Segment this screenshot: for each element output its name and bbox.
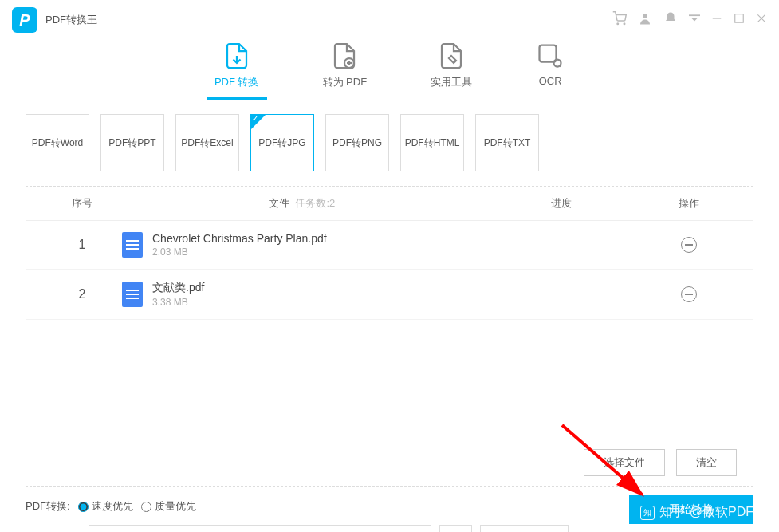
file-name: 文献类.pdf	[152, 281, 204, 295]
setting-label: PDF转换:	[26, 499, 70, 514]
document-hand-icon	[437, 41, 466, 70]
row-index: 2	[42, 287, 122, 301]
svg-point-0	[617, 23, 619, 25]
cart-icon[interactable]	[612, 11, 627, 29]
close-icon[interactable]	[756, 13, 767, 27]
radio-speed-priority[interactable]: 速度优先	[78, 499, 133, 514]
col-progress: 进度	[482, 196, 641, 211]
svg-line-12	[560, 65, 561, 67]
task-count: 任务数:2	[295, 197, 335, 209]
tab-to-pdf[interactable]: 转为 PDF	[315, 41, 376, 100]
app-branding: P PDF转换王	[12, 7, 97, 33]
tile-pdf-to-ppt[interactable]: PDF转PPT	[100, 114, 164, 171]
browse-folder-button[interactable]: ...	[439, 525, 472, 532]
row-index: 1	[42, 238, 122, 252]
table-row: 1 Chevrolet Christmas Party Plan.pdf 2.0…	[26, 221, 753, 270]
tile-pdf-to-png[interactable]: PDF转PNG	[325, 114, 389, 171]
file-list-panel: 序号 文件 任务数:2 进度 操作 1 Chevrolet Christmas …	[26, 186, 753, 487]
remove-file-button[interactable]	[681, 286, 697, 302]
document-add-icon	[330, 41, 359, 70]
table-header: 序号 文件 任务数:2 进度 操作	[26, 187, 753, 221]
tile-pdf-to-word[interactable]: PDF转Word	[26, 114, 89, 171]
tab-ocr[interactable]: OCR	[528, 41, 572, 100]
col-index: 序号	[42, 196, 122, 211]
tab-tools[interactable]: 实用工具	[423, 41, 480, 100]
remove-file-button[interactable]	[681, 237, 697, 253]
titlebar: P PDF转换王	[0, 0, 779, 40]
svg-rect-10	[540, 45, 557, 62]
tile-pdf-to-html[interactable]: PDF转HTML	[400, 114, 464, 171]
col-action: 操作	[641, 196, 737, 211]
file-name: Chevrolet Christmas Party Plan.pdf	[152, 232, 327, 245]
tile-pdf-to-jpg[interactable]: PDF转JPG	[250, 114, 314, 171]
titlebar-actions	[612, 11, 767, 29]
menu-dropdown-icon[interactable]	[689, 13, 700, 27]
tab-label: PDF 转换	[214, 75, 259, 89]
svg-point-2	[643, 14, 647, 18]
col-file: 文件 任务数:2	[122, 196, 482, 211]
minimize-icon[interactable]	[711, 13, 722, 27]
radio-quality-priority[interactable]: 质量优先	[141, 499, 196, 514]
document-convert-icon	[222, 41, 251, 70]
image-search-icon	[536, 41, 565, 70]
file-size: 2.03 MB	[152, 246, 327, 258]
output-path-input[interactable]	[89, 525, 431, 532]
pdf-file-icon	[122, 232, 143, 258]
tab-label: 转为 PDF	[323, 75, 368, 89]
tab-label: 实用工具	[431, 75, 472, 89]
panel-actions: 选择文件 清空	[26, 439, 753, 486]
conversion-tiles: PDF转Word PDF转PPT PDF转Excel PDF转JPG PDF转P…	[0, 100, 779, 171]
svg-point-1	[624, 23, 625, 25]
app-logo-icon: P	[12, 7, 37, 33]
pdf-file-icon	[122, 282, 143, 307]
app-title: PDF转换王	[45, 13, 97, 27]
tab-label: OCR	[539, 75, 562, 87]
svg-rect-3	[689, 14, 700, 16]
tile-pdf-to-excel[interactable]: PDF转Excel	[175, 114, 239, 171]
output-path-row: 输出文件夹: ... 打开文件夹	[26, 525, 753, 532]
table-row: 2 文献类.pdf 3.38 MB	[26, 270, 753, 320]
open-folder-button[interactable]: 打开文件夹	[480, 525, 569, 532]
select-files-button[interactable]: 选择文件	[584, 449, 665, 476]
maximize-icon[interactable]	[734, 13, 745, 27]
start-convert-button[interactable]: 开始转换	[629, 495, 753, 524]
bell-icon[interactable]	[663, 11, 678, 29]
file-cell: Chevrolet Christmas Party Plan.pdf 2.03 …	[122, 232, 482, 258]
main-tabs: PDF 转换 转为 PDF 实用工具 OCR	[0, 40, 779, 100]
tab-pdf-convert[interactable]: PDF 转换	[207, 41, 267, 100]
file-size: 3.38 MB	[152, 297, 204, 308]
drop-zone[interactable]	[26, 320, 753, 439]
file-cell: 文献类.pdf 3.38 MB	[122, 281, 482, 308]
clear-files-button[interactable]: 清空	[676, 449, 737, 476]
tile-pdf-to-txt[interactable]: PDF转TXT	[475, 114, 539, 171]
user-icon[interactable]	[638, 11, 652, 29]
